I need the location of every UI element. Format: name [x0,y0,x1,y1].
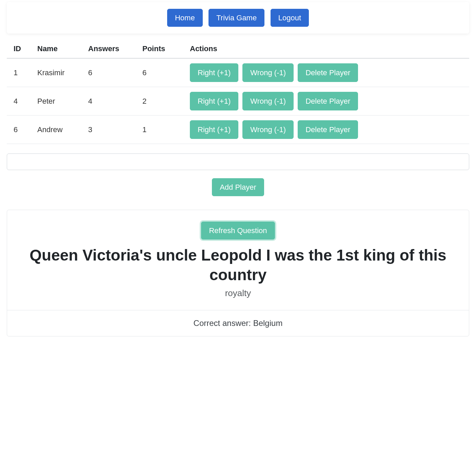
nav-logout-button[interactable]: Logout [271,9,309,27]
th-name: Name [34,40,85,58]
th-answers: Answers [85,40,139,58]
cell-id: 6 [7,116,34,144]
cell-points: 2 [139,87,186,116]
player-name-input[interactable] [7,153,469,170]
right-button[interactable]: Right (+1) [190,63,238,82]
add-player-form [7,153,469,170]
delete-player-button[interactable]: Delete Player [298,92,358,110]
cell-answers: 4 [85,87,139,116]
cell-id: 1 [7,58,34,87]
refresh-question-button[interactable]: Refresh Question [201,222,275,240]
wrong-button[interactable]: Wrong (-1) [242,92,294,110]
question-card: Refresh Question Queen Victoria's uncle … [7,210,469,336]
table-row: 1 Krasimir 6 6 Right (+1) Wrong (-1) Del… [7,58,469,87]
cell-actions: Right (+1) Wrong (-1) Delete Player [186,58,469,87]
answer-footer: Correct answer: Belgium [7,310,469,336]
add-player-button[interactable]: Add Player [212,178,264,196]
cell-actions: Right (+1) Wrong (-1) Delete Player [186,87,469,116]
question-text: Queen Victoria's uncle Leopold I was the… [21,246,455,285]
cell-points: 1 [139,116,186,144]
delete-player-button[interactable]: Delete Player [298,120,358,139]
right-button[interactable]: Right (+1) [190,120,238,139]
answer-label: Correct answer: [194,318,253,328]
cell-name: Andrew [34,116,85,144]
question-category: royalty [21,288,455,298]
delete-player-button[interactable]: Delete Player [298,63,358,82]
th-actions: Actions [186,40,469,58]
th-id: ID [7,40,34,58]
wrong-button[interactable]: Wrong (-1) [242,63,294,82]
cell-name: Krasimir [34,58,85,87]
th-points: Points [139,40,186,58]
nav-home-button[interactable]: Home [167,9,203,27]
nav-trivia-button[interactable]: Trivia Game [209,9,264,27]
players-table: ID Name Answers Points Actions 1 Krasimi… [7,40,469,144]
wrong-button[interactable]: Wrong (-1) [242,120,294,139]
table-row: 4 Peter 4 2 Right (+1) Wrong (-1) Delete… [7,87,469,116]
right-button[interactable]: Right (+1) [190,92,238,110]
table-row: 6 Andrew 3 1 Right (+1) Wrong (-1) Delet… [7,116,469,144]
cell-id: 4 [7,87,34,116]
navbar: Home Trivia Game Logout [7,2,469,34]
answer-value: Belgium [253,318,283,328]
cell-answers: 6 [85,58,139,87]
cell-actions: Right (+1) Wrong (-1) Delete Player [186,116,469,144]
cell-answers: 3 [85,116,139,144]
cell-name: Peter [34,87,85,116]
cell-points: 6 [139,58,186,87]
